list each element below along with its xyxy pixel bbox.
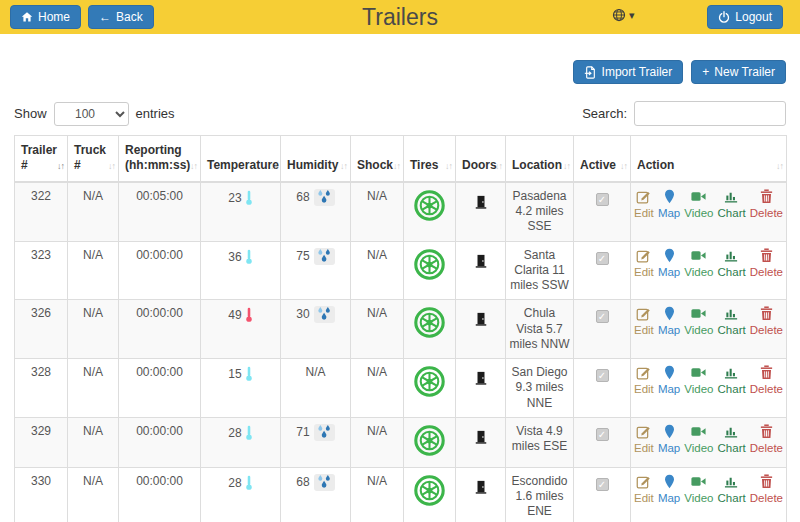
trash-icon — [759, 365, 774, 380]
video-camera-icon — [691, 248, 706, 263]
table-row: 322 N/A 00:05:00 23 68 N/A Pasadena 4.2 … — [15, 182, 787, 241]
edit-action[interactable]: Edit — [634, 424, 654, 456]
door-icon — [474, 368, 488, 382]
truck-number-cell: N/A — [68, 300, 119, 359]
col-header-tires[interactable]: Tires↓↑ — [404, 136, 456, 183]
active-checkbox: ✓ — [596, 478, 609, 491]
bar-chart-icon — [724, 189, 739, 204]
delete-action[interactable]: Delete — [750, 189, 783, 221]
table-row: 326 N/A 00:00:00 49 30 N/A Chula Vista 5… — [15, 300, 787, 359]
humidity-value: 71 — [296, 425, 309, 439]
active-cell: ✓ — [574, 182, 631, 241]
col-header-truck[interactable]: Truck #↓↑ — [68, 136, 119, 183]
video-action[interactable]: Video — [684, 306, 713, 338]
humidity-value: 68 — [296, 190, 309, 204]
chart-action[interactable]: Chart — [718, 306, 746, 338]
delete-action[interactable]: Delete — [750, 248, 783, 280]
doors-cell — [456, 417, 506, 467]
temperature-value: 15 — [228, 367, 241, 381]
video-action[interactable]: Video — [684, 189, 713, 221]
humidity-cell: 68 — [281, 182, 351, 241]
edit-action[interactable]: Edit — [634, 189, 654, 221]
delete-action[interactable]: Delete — [750, 365, 783, 397]
video-action[interactable]: Video — [684, 474, 713, 506]
door-icon — [474, 309, 488, 323]
bar-chart-icon — [724, 424, 739, 439]
door-icon — [474, 192, 488, 206]
col-header-doors[interactable]: Doors↓↑ — [456, 136, 506, 183]
sort-icon: ↓↑ — [270, 161, 277, 172]
map-action[interactable]: Map — [658, 248, 680, 280]
home-icon — [21, 11, 33, 23]
chart-action[interactable]: Chart — [718, 474, 746, 506]
power-icon — [718, 11, 730, 23]
col-header-shock[interactable]: Shock↓↑ — [351, 136, 404, 183]
map-action[interactable]: Map — [658, 189, 680, 221]
humidity-value: N/A — [305, 365, 325, 379]
col-header-trailer[interactable]: Trailer #↓↑ — [15, 136, 68, 183]
tires-cell — [404, 241, 456, 300]
location-cell: San Diego 9.3 miles NNE — [506, 359, 574, 418]
tire-icon — [414, 197, 445, 211]
edit-action[interactable]: Edit — [634, 248, 654, 280]
delete-action[interactable]: Delete — [750, 424, 783, 456]
humidity-cell: 68 — [281, 467, 351, 522]
humidity-drops-icon — [314, 248, 335, 265]
col-header-reporting[interactable]: Reporting (hh:mm:ss)↓↑ — [119, 136, 201, 183]
new-trailer-button[interactable]: + New Trailer — [691, 60, 786, 84]
map-action[interactable]: Map — [658, 306, 680, 338]
edit-icon — [636, 424, 651, 439]
doors-cell — [456, 359, 506, 418]
chart-action[interactable]: Chart — [718, 365, 746, 397]
back-button[interactable]: ← Back — [88, 5, 154, 29]
delete-action[interactable]: Delete — [750, 306, 783, 338]
edit-action[interactable]: Edit — [634, 365, 654, 397]
video-action[interactable]: Video — [684, 248, 713, 280]
truck-number-cell: N/A — [68, 359, 119, 418]
video-camera-icon — [691, 474, 706, 489]
location-cell: Escondido 1.6 miles ENE — [506, 467, 574, 522]
search-input[interactable] — [634, 101, 786, 126]
temperature-value: 28 — [228, 476, 241, 490]
top-bar: Home ← Back Trailers ▾ Logout — [0, 0, 800, 34]
thermometer-icon — [242, 367, 253, 381]
edit-icon — [636, 189, 651, 204]
page-size-select[interactable]: 100 — [54, 102, 129, 126]
import-trailer-button[interactable]: Import Trailer — [573, 60, 684, 84]
chart-action[interactable]: Chart — [718, 248, 746, 280]
temperature-cell: 28 — [201, 467, 281, 522]
map-action[interactable]: Map — [658, 474, 680, 506]
map-marker-icon — [662, 248, 677, 263]
table-row: 328 N/A 00:00:00 15 N/A N/A San Diego 9.… — [15, 359, 787, 418]
map-marker-icon — [662, 424, 677, 439]
action-cell: Edit Map Video Chart Delete — [631, 359, 787, 418]
truck-number-cell: N/A — [68, 241, 119, 300]
trash-icon — [759, 306, 774, 321]
delete-action[interactable]: Delete — [750, 474, 783, 506]
active-checkbox: ✓ — [596, 252, 609, 265]
col-header-temperature[interactable]: Temperature↓↑ — [201, 136, 281, 183]
map-marker-icon — [662, 365, 677, 380]
logout-button[interactable]: Logout — [707, 5, 783, 29]
video-camera-icon — [691, 365, 706, 380]
home-button[interactable]: Home — [10, 5, 81, 29]
trailer-number-cell: 329 — [15, 417, 68, 467]
shock-cell: N/A — [351, 417, 404, 467]
video-action[interactable]: Video — [684, 365, 713, 397]
show-label: Show — [14, 106, 47, 121]
edit-action[interactable]: Edit — [634, 306, 654, 338]
edit-action[interactable]: Edit — [634, 474, 654, 506]
chart-action[interactable]: Chart — [718, 424, 746, 456]
map-action[interactable]: Map — [658, 424, 680, 456]
col-header-active[interactable]: Active↓↑ — [574, 136, 631, 183]
chart-action[interactable]: Chart — [718, 189, 746, 221]
col-header-humidity[interactable]: Humidity↓↑ — [281, 136, 351, 183]
reporting-cell: 00:00:00 — [119, 417, 201, 467]
trash-icon — [759, 474, 774, 489]
col-header-location[interactable]: Location↓↑ — [506, 136, 574, 183]
map-action[interactable]: Map — [658, 365, 680, 397]
language-selector[interactable]: ▾ — [612, 8, 635, 22]
video-action[interactable]: Video — [684, 424, 713, 456]
col-header-action[interactable]: Action↓↑ — [631, 136, 787, 183]
tires-cell — [404, 182, 456, 241]
